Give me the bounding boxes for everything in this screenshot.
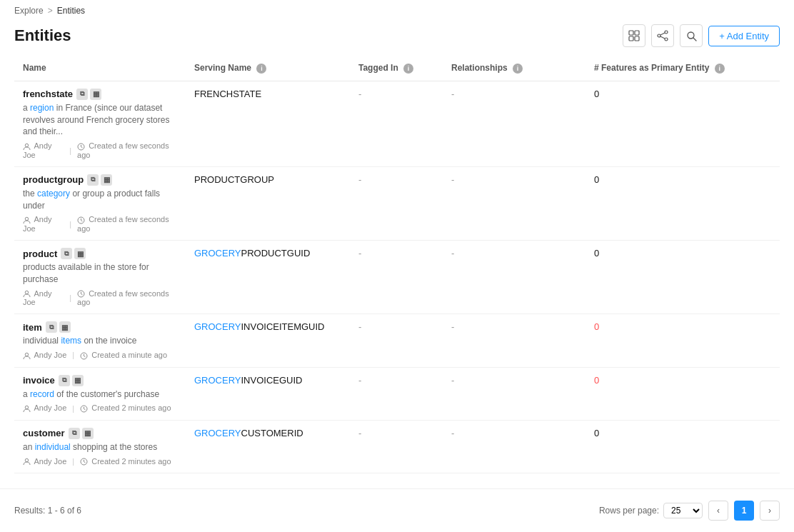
- rows-per-page: Rows per page: 25 50 100: [599, 503, 703, 518]
- table-row[interactable]: product ⧉ ▦ products available in the st…: [14, 241, 780, 314]
- features-value: 0: [594, 375, 599, 386]
- col-header-serving: Serving Name i: [186, 56, 350, 81]
- copy-icon[interactable]: ⧉: [61, 248, 72, 259]
- copy-icon[interactable]: ⧉: [76, 89, 88, 100]
- tagged-in-cell: -: [350, 420, 443, 473]
- entity-meta: Andy Joe | Created a few seconds ago: [23, 215, 177, 233]
- entity-description: individual items on the invoice: [23, 335, 177, 347]
- svg-line-7: [660, 33, 665, 35]
- features-cell: 0: [586, 81, 780, 166]
- copy-icon[interactable]: ⧉: [87, 174, 99, 186]
- serving-name-info-icon[interactable]: i: [256, 64, 266, 74]
- tag-icon[interactable]: ▦: [101, 174, 112, 186]
- prev-page-button[interactable]: ‹: [708, 501, 728, 521]
- entity-name-text[interactable]: invoice: [23, 375, 55, 386]
- breadcrumb-explore[interactable]: Explore: [14, 6, 44, 16]
- table-row[interactable]: item ⧉ ▦ individual items on the invoice…: [14, 314, 780, 367]
- table-row[interactable]: productgroup ⧉ ▦ the category or group a…: [14, 166, 780, 240]
- entity-name-text[interactable]: item: [23, 322, 42, 333]
- entity-author: Andy Joe: [23, 289, 64, 307]
- features-value: 0: [594, 89, 599, 99]
- tag-icon[interactable]: ▦: [90, 89, 101, 100]
- table-view-btn[interactable]: [623, 24, 645, 47]
- svg-point-4: [658, 34, 660, 37]
- entity-meta: Andy Joe | Created a few seconds ago: [23, 289, 177, 307]
- entity-name-cell: product ⧉ ▦ products available in the st…: [14, 241, 186, 314]
- next-page-button[interactable]: ›: [760, 501, 780, 521]
- entity-meta: Andy Joe | Created 2 minutes ago: [23, 403, 177, 413]
- relationships-value: -: [451, 321, 454, 332]
- entity-name-text[interactable]: frenchstate: [23, 89, 73, 99]
- user-icon: [23, 290, 31, 298]
- relationships-cell: -: [443, 166, 586, 240]
- copy-icon[interactable]: ⧉: [59, 375, 70, 386]
- features-cell: 0: [586, 241, 780, 314]
- svg-point-19: [25, 291, 28, 293]
- search-icon: [686, 31, 697, 41]
- serving-name-value: GROCERYPRODUCTGUID: [194, 248, 310, 259]
- svg-line-8: [660, 36, 665, 39]
- serving-name-cell: GROCERYINVOICEITEMGUID: [186, 314, 350, 367]
- entity-meta: Andy Joe | Created 2 minutes ago: [23, 457, 177, 466]
- serving-name-value: FRENCHSTATE: [194, 89, 261, 99]
- tagged-in-cell: -: [350, 367, 443, 420]
- features-value: 0: [594, 428, 599, 438]
- copy-icon[interactable]: ⧉: [69, 428, 80, 439]
- serving-name-cell: FRENCHSTATE: [186, 81, 350, 166]
- table-row[interactable]: customer ⧉ ▦ an individual shopping at t…: [14, 420, 780, 473]
- user-icon: [23, 458, 31, 466]
- relationships-value: -: [451, 174, 454, 185]
- relationships-value: -: [451, 428, 454, 438]
- table-footer: Results: 1 - 6 of 6 Rows per page: 25 50…: [0, 488, 794, 532]
- tagged-in-value: -: [358, 89, 361, 99]
- tagged-in-cell: -: [350, 81, 443, 166]
- tagged-in-value: -: [358, 248, 361, 259]
- breadcrumb-current: Entities: [57, 6, 85, 16]
- add-entity-button[interactable]: + Add Entity: [708, 26, 780, 46]
- table-row[interactable]: frenchstate ⧉ ▦ a region in France (sinc…: [14, 81, 780, 166]
- entity-meta: Andy Joe | Created a few seconds ago: [23, 141, 177, 159]
- table-row[interactable]: invoice ⧉ ▦ a record of the customer's p…: [14, 367, 780, 420]
- col-header-tagged: Tagged In i: [350, 56, 443, 81]
- relationships-info-icon[interactable]: i: [513, 64, 523, 74]
- tagged-in-cell: -: [350, 314, 443, 367]
- serving-name-value: GROCERYINVOICEGUID: [194, 375, 302, 386]
- tag-icon[interactable]: ▦: [59, 321, 71, 333]
- svg-rect-3: [635, 36, 639, 41]
- entity-created: Created 2 minutes ago: [80, 403, 171, 413]
- features-value: 0: [594, 174, 599, 185]
- svg-rect-2: [629, 36, 633, 41]
- features-info-icon[interactable]: i: [715, 64, 725, 74]
- entity-name-cell: invoice ⧉ ▦ a record of the customer's p…: [14, 367, 186, 420]
- entity-description: an individual shopping at the stores: [23, 441, 177, 453]
- tag-icon[interactable]: ▦: [72, 375, 84, 386]
- tagged-in-cell: -: [350, 241, 443, 314]
- tag-icon[interactable]: ▦: [82, 428, 94, 439]
- entity-author: Andy Joe: [23, 403, 66, 413]
- features-cell: 0: [586, 314, 780, 367]
- svg-point-11: [25, 144, 28, 146]
- entity-name-text[interactable]: customer: [23, 428, 65, 438]
- tagged-in-value: -: [358, 375, 361, 386]
- search-btn[interactable]: [680, 24, 703, 47]
- relationships-cell: -: [443, 241, 586, 314]
- tagged-in-info-icon[interactable]: i: [403, 64, 413, 74]
- entities-table: Name Serving Name i Tagged In i Relation…: [14, 56, 780, 473]
- tag-icon[interactable]: ▦: [74, 248, 86, 259]
- entity-name-cell: item ⧉ ▦ individual items on the invoice…: [14, 314, 186, 367]
- copy-icon[interactable]: ⧉: [46, 321, 57, 333]
- entity-name-text[interactable]: product: [23, 249, 57, 259]
- entity-name-text[interactable]: productgroup: [23, 174, 84, 185]
- svg-line-10: [693, 38, 696, 41]
- entity-created: Created a minute ago: [80, 351, 167, 360]
- svg-point-23: [25, 353, 28, 356]
- svg-line-34: [84, 462, 86, 463]
- pagination: Rows per page: 25 50 100 ‹ 1 ›: [599, 501, 780, 521]
- serving-name-cell: GROCERYCUSTOMERID: [186, 420, 350, 473]
- graph-view-btn[interactable]: [651, 24, 674, 47]
- tagged-in-value: -: [358, 321, 361, 332]
- features-cell: 0: [586, 420, 780, 473]
- page-title: Entities: [14, 26, 71, 45]
- entity-author: Andy Joe: [23, 351, 66, 360]
- rows-per-page-select[interactable]: 25 50 100: [663, 503, 703, 518]
